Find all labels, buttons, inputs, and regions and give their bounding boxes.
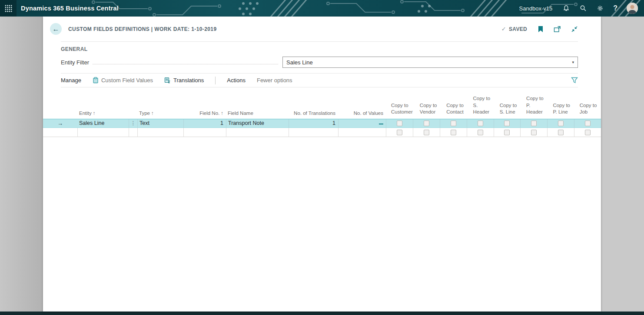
sort-asc-icon: ↑ [221,111,223,116]
copy-to-vendor-cell [413,128,440,137]
general-section-label: GENERAL [61,46,578,52]
type-cell[interactable] [137,128,183,137]
current-row-arrow-icon: → [57,120,63,127]
copy-to-vendor-checkbox[interactable] [424,121,429,126]
app-title[interactable]: Dynamics 365 Business Central [21,5,119,12]
copy-to-s-line-checkbox[interactable] [504,130,510,135]
translations-button[interactable]: Translations [164,77,204,84]
page-header: ← CUSTOM FIELDS DEFINITIONS | WORK DATE:… [43,17,601,41]
copy-to-p-line-cell [547,128,574,137]
header-copy-to-vendor[interactable]: Copy to Vendor [415,95,441,119]
manage-menu[interactable]: Manage [61,77,81,84]
copy-to-job-checkbox[interactable] [585,130,591,135]
header-no-of-values[interactable]: No. of Values [338,95,386,119]
sort-asc-icon: ↑ [151,111,154,116]
custom-fields-definitions-page: ← CUSTOM FIELDS DEFINITIONS | WORK DATE:… [43,17,601,312]
field-name-cell[interactable]: Transport Note [226,119,289,127]
header-copy-to-customer[interactable]: Copy to Customer [386,95,415,119]
entity-cell[interactable]: Sales Line [77,119,129,127]
copy-to-s-line-cell [494,119,521,127]
no-of-values-drilldown-link[interactable] [379,122,383,124]
filter-funnel-button[interactable] [571,77,578,84]
header-copy-to-job[interactable]: Copy to Job [574,95,601,119]
copy-to-job-cell [574,119,601,127]
fewer-options-button[interactable]: Fewer options [257,77,292,84]
header-field-name[interactable]: Field Name [226,95,289,119]
collapse-icon[interactable] [571,25,578,33]
entity-filter-label: Entity Filter [61,59,89,66]
copy-to-contact-checkbox[interactable] [451,121,456,126]
copy-to-vendor-checkbox[interactable] [424,130,429,135]
copy-to-contact-checkbox[interactable] [451,130,456,135]
copy-to-contact-cell [440,119,467,127]
copy-to-job-checkbox[interactable] [585,121,591,126]
translations-label: Translations [173,77,204,84]
no-of-values-cell[interactable] [338,119,386,127]
app-launcher-button[interactable] [0,0,17,17]
back-button[interactable]: ← [50,23,62,35]
entity-cell[interactable] [77,128,129,137]
copy-to-p-header-cell [520,128,547,137]
user-avatar[interactable] [627,3,638,14]
no-of-translations-cell[interactable] [289,128,338,137]
copy-to-customer-checkbox[interactable] [397,121,402,126]
field-no-cell[interactable] [183,128,226,137]
header-copy-to-s-header[interactable]: Copy to S. Header [468,95,494,119]
field-no-cell[interactable]: 1 [183,119,226,127]
header-copy-to-contact[interactable]: Copy to Contact [441,95,468,119]
environment-name[interactable]: Sandbox-v15 [519,5,553,12]
entity-filter-select[interactable]: Sales Line ▾ [282,57,578,68]
field-name-cell[interactable] [226,128,289,137]
copy-to-s-header-cell [467,119,494,127]
table-row-empty [43,128,601,137]
copy-to-p-line-checkbox[interactable] [558,121,564,126]
header-field-no[interactable]: Field No. ↑ [183,95,226,119]
row-selector-cell[interactable]: → [43,119,77,127]
general-section: GENERAL Entity Filter Sales Line ▾ [43,42,601,73]
fewer-options-label: Fewer options [257,77,292,84]
search-icon[interactable] [579,4,587,12]
copy-to-vendor-cell [413,119,440,127]
copy-to-p-line-checkbox[interactable] [558,130,564,135]
help-icon[interactable]: ? [613,4,617,12]
header-type[interactable]: Type ↑ [137,95,183,119]
row-ellipsis-icon: ⋮ [131,120,136,126]
copy-to-p-header-checkbox[interactable] [531,121,537,126]
header-copy-to-p-line[interactable]: Copy to P. Line [548,95,574,119]
type-cell[interactable]: Text [137,119,183,127]
actions-label: Actions [227,77,246,84]
header-row-selector [43,95,77,119]
copy-to-s-header-checkbox[interactable] [478,121,483,126]
copy-to-s-header-cell [467,128,494,137]
copy-to-s-line-checkbox[interactable] [504,121,510,126]
open-in-new-window-icon[interactable] [554,25,561,33]
copy-to-s-header-checkbox[interactable] [478,130,483,135]
table-header-row: Entity ↑ Type ↑ Field No. ↑ Field Name N… [43,95,601,119]
bookmark-icon[interactable] [537,25,544,33]
saved-label: SAVED [509,26,527,32]
header-copy-to-p-header[interactable]: Copy to P. Header [521,95,548,119]
row-menu-cell[interactable] [129,128,137,137]
copy-to-p-line-cell [547,119,574,127]
copy-to-customer-cell [386,119,413,127]
custom-field-values-button[interactable]: Custom Field Values [93,77,153,84]
top-navigation-bar: Dynamics 365 Business Central Sandbox-v1… [0,0,644,17]
header-no-of-translations[interactable]: No. of Translations [289,95,338,119]
copy-to-s-line-cell [494,128,521,137]
settings-gear-icon[interactable] [596,4,604,12]
header-row-menu [129,95,137,119]
no-of-translations-cell[interactable]: 1 [289,119,338,127]
page-title: CUSTOM FIELDS DEFINITIONS | WORK DATE: 1… [68,26,216,32]
row-selector-cell[interactable] [43,128,77,137]
notifications-bell-icon[interactable] [562,4,570,12]
header-copy-to-s-line[interactable]: Copy to S. Line [495,95,521,119]
no-of-values-cell[interactable] [338,128,386,137]
header-entity[interactable]: Entity ↑ [77,95,129,119]
toolbar-divider [215,77,216,84]
row-menu-cell[interactable]: ⋮ [129,119,137,127]
waffle-icon [5,5,12,12]
copy-to-p-header-checkbox[interactable] [531,130,537,135]
actions-menu[interactable]: Actions [227,77,246,84]
check-icon: ✓ [501,26,506,32]
copy-to-customer-checkbox[interactable] [397,130,402,135]
